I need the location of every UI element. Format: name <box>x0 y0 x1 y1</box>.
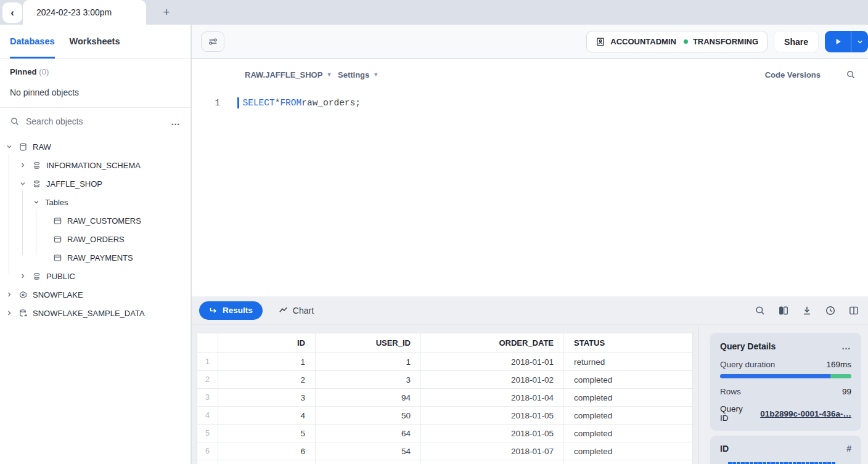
results-actions <box>755 305 859 316</box>
column-header-user-id[interactable]: USER_ID <box>315 333 420 352</box>
sql-identifier: raw_orders; <box>301 98 361 108</box>
hash-icon[interactable]: # <box>846 444 851 454</box>
cell-order-date[interactable]: 2018-01-05 <box>420 407 563 424</box>
cell-user-id[interactable]: 50 <box>315 407 420 424</box>
cell-id[interactable]: 5 <box>218 425 315 442</box>
chevron-right-icon[interactable] <box>5 291 14 298</box>
sql-editor[interactable]: RAW.JAFFLE_SHOP ▼ Settings ▼ Code Versio… <box>192 59 868 296</box>
search-results-button[interactable] <box>755 305 766 316</box>
query-id-link[interactable]: 01b2899c-0001-436a-… <box>760 409 851 418</box>
column-header-status[interactable]: STATUS <box>563 333 692 352</box>
cell-user-id[interactable]: 94 <box>315 389 420 406</box>
context-selector-button[interactable]: ACCOUNTADMIN TRANSFORMING <box>586 31 768 52</box>
results-toolbar: Results Chart <box>192 296 868 325</box>
tree-item-public[interactable]: PUBLIC <box>0 267 190 285</box>
editor-search-button[interactable] <box>846 70 856 79</box>
settings-dropdown[interactable]: Settings ▼ <box>338 70 379 79</box>
chart-tab-label: Chart <box>293 306 314 315</box>
query-id-label: Query ID <box>720 404 751 423</box>
table-row[interactable]: 5 5 64 2018-01-05 completed <box>197 424 692 442</box>
tree-item-raw-orders[interactable]: RAW_ORDERS <box>0 230 190 248</box>
chevron-right-icon[interactable] <box>18 272 27 280</box>
tab-chart[interactable]: Chart <box>279 306 314 315</box>
tree-item-label: SNOWFLAKE <box>33 290 83 299</box>
cell-user-id[interactable]: 64 <box>315 425 420 442</box>
tree-item-snowflake-sample-data[interactable]: SNOWFLAKE_SAMPLE_DATA <box>0 304 190 322</box>
share-button[interactable]: Share <box>774 31 819 52</box>
results-vertical-divider <box>698 327 698 464</box>
chevron-down-icon[interactable] <box>18 180 27 187</box>
code-line-1[interactable]: 1 SELECT * FROM raw_orders; <box>192 96 868 110</box>
query-details-title: Query Details <box>720 341 776 351</box>
cell-status[interactable]: completed <box>563 425 692 442</box>
query-details-card: Query Details … Query duration 169ms Row… <box>710 333 861 431</box>
tab-databases[interactable]: Databases <box>10 25 55 59</box>
database-schema-dropdown[interactable]: RAW.JAFFLE_SHOP ▼ <box>245 70 332 79</box>
cell-id[interactable]: 1 <box>218 353 315 370</box>
table-row[interactable]: 1 1 1 2018-01-01 returned <box>197 352 692 370</box>
run-button[interactable] <box>825 31 851 52</box>
cell-order-date[interactable]: 2018-01-02 <box>420 371 563 388</box>
plus-icon: + <box>163 6 170 19</box>
sql-keyword: SELECT <box>243 98 275 108</box>
run-options-button[interactable] <box>851 31 868 52</box>
column-header-order-date[interactable]: ORDER_DATE <box>420 333 563 352</box>
chevron-right-icon[interactable] <box>5 309 14 317</box>
chevron-down-icon[interactable] <box>32 198 41 206</box>
object-search[interactable]: Search objects … <box>0 108 190 135</box>
search-options-button[interactable]: … <box>171 116 181 127</box>
line-number: 1 <box>192 98 229 108</box>
cell-order-date[interactable]: 2018-01-04 <box>420 389 563 406</box>
tree-item-raw[interactable]: RAW <box>0 137 190 156</box>
cell-id[interactable]: 4 <box>218 407 315 424</box>
cell-order-date[interactable]: 2018-01-01 <box>420 353 563 370</box>
id-distribution-card: ID # <box>710 436 861 464</box>
cell-user-id[interactable]: 54 <box>315 442 420 460</box>
cell-status[interactable]: completed <box>563 407 692 424</box>
cell-status[interactable]: completed <box>563 442 692 460</box>
split-panel-button[interactable] <box>848 305 859 316</box>
tab-results[interactable]: Results <box>199 301 263 320</box>
cell-id[interactable]: 3 <box>218 389 315 406</box>
worksheet-options-button[interactable] <box>201 31 224 52</box>
cell-user-id[interactable]: 3 <box>315 371 420 388</box>
code-versions-button[interactable]: Code Versions <box>765 70 821 79</box>
tree-item-jaffle-shop[interactable]: JAFFLE_SHOP <box>0 174 190 193</box>
back-chevron-icon: ‹ <box>10 7 14 19</box>
tab-worksheets[interactable]: Worksheets <box>70 25 120 59</box>
columns-button[interactable] <box>778 305 789 316</box>
column-header-id[interactable]: ID <box>218 333 315 352</box>
cell-id[interactable]: 6 <box>218 442 315 460</box>
duration-bar-blue <box>720 374 830 378</box>
tree-item-label: RAW_PAYMENTS <box>67 253 133 263</box>
table-row[interactable]: 3 3 94 2018-01-04 completed <box>197 388 692 406</box>
cell-user-id[interactable]: 1 <box>315 353 420 370</box>
cell-order-date[interactable]: 2018-01-07 <box>420 442 563 460</box>
search-icon <box>846 70 856 79</box>
query-details-menu-button[interactable]: … <box>841 341 851 351</box>
warehouse-status-dot <box>684 39 688 44</box>
worksheet-tab[interactable]: 2024-02-23 3:00pm <box>23 0 146 25</box>
chevron-down-icon[interactable] <box>5 143 14 150</box>
back-button[interactable]: ‹ <box>2 2 22 23</box>
chevron-right-icon[interactable] <box>18 161 27 169</box>
tree-item-raw-customers[interactable]: RAW_CUSTOMERS <box>0 211 190 230</box>
table-row[interactable]: 2 2 3 2018-01-02 completed <box>197 370 692 388</box>
table-row[interactable]: 4 4 50 2018-01-05 completed <box>197 406 692 424</box>
cell-status[interactable]: returned <box>563 353 692 370</box>
tree-item-information-schema[interactable]: INFORMATION_SCHEMA <box>0 156 190 174</box>
cell-id[interactable]: 2 <box>218 371 315 388</box>
sidebar-tabs: Databases Worksheets <box>0 25 190 59</box>
search-icon <box>10 116 20 126</box>
tree-item-tables[interactable]: Tables <box>0 193 190 211</box>
tree-item-snowflake[interactable]: SNOWFLAKE <box>0 285 190 304</box>
tree-item-raw-payments[interactable]: RAW_PAYMENTS <box>0 248 190 267</box>
add-tab-button[interactable]: + <box>159 5 174 20</box>
cell-status[interactable]: completed <box>563 389 692 406</box>
download-button[interactable] <box>801 305 813 316</box>
table-row[interactable]: 6 6 54 2018-01-07 completed <box>197 442 692 460</box>
cell-status[interactable]: completed <box>563 371 692 388</box>
query-history-button[interactable] <box>825 305 836 316</box>
cell-order-date[interactable]: 2018-01-05 <box>420 425 563 442</box>
warehouse-label: TRANSFORMING <box>693 37 758 46</box>
